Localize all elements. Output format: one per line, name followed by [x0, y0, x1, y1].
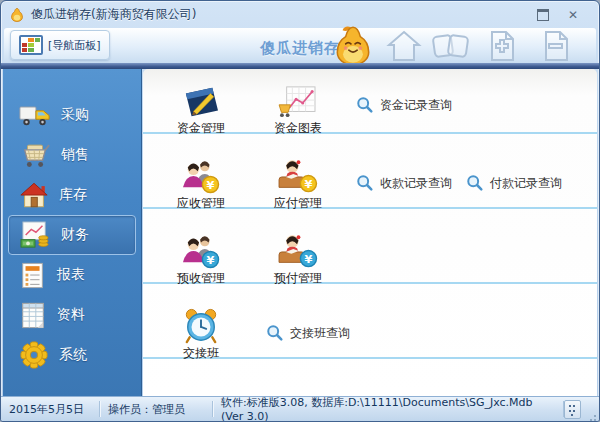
sidebar-item-system[interactable]: 系统	[8, 335, 136, 375]
header-band: [导航面板] 傻瓜进销存	[4, 28, 596, 63]
chart-cart-icon	[276, 85, 320, 119]
remove-doc-icon[interactable]	[539, 29, 573, 67]
sidebar-label: 系统	[59, 346, 87, 364]
link-label: 收款记录查询	[380, 175, 452, 192]
maximize-icon	[537, 9, 549, 21]
status-bar: 2015年5月5日 操作员：管理员 软件:标准版3.08, 数据库:D:\111…	[1, 396, 599, 421]
status-scroll-widget[interactable]	[564, 400, 581, 419]
svg-text:¥: ¥	[304, 252, 312, 266]
status-date: 2015年5月5日	[1, 397, 99, 421]
sidebar-label: 库存	[59, 186, 87, 204]
sidebar-item-inventory[interactable]: 库存	[8, 175, 136, 215]
maximize-button[interactable]	[535, 8, 551, 22]
home-icon[interactable]	[386, 29, 423, 67]
advance-pay-management-button[interactable]: ¥ 预付管理	[259, 233, 337, 287]
new-doc-icon[interactable]	[485, 29, 519, 67]
sidebar-label: 销售	[61, 146, 89, 164]
people-yuan-blue-icon: ¥	[180, 233, 222, 269]
link-label: 付款记录查询	[490, 175, 562, 192]
status-operator: 操作员：管理员	[100, 397, 212, 421]
status-database-info: 软件:标准版3.08, 数据库:D:\11111\Documents\SG_Jx…	[213, 397, 563, 421]
ledger-pencil-icon	[179, 85, 223, 119]
shift-query-link[interactable]: 交接班查询	[266, 324, 350, 342]
content-row-advance: ¥ 预收管理 ¥ 预付管理	[143, 209, 597, 284]
alarm-clock-icon	[181, 308, 221, 344]
receipt-record-query-link[interactable]: 收款记录查询	[356, 174, 452, 192]
content-row-funds: 资金管理 资金图表 资金记录查询	[143, 69, 597, 134]
sidebar-item-purchase[interactable]: 采购	[8, 95, 136, 135]
sidebar-item-reports[interactable]: 报表	[8, 255, 136, 295]
payment-record-query-link[interactable]: 付款记录查询	[466, 174, 562, 192]
truck-icon	[19, 102, 51, 129]
funds-record-query-link[interactable]: 资金记录查询	[356, 96, 452, 114]
cart-icon	[19, 142, 51, 169]
person-desk-yuan-gold-icon: ¥	[277, 158, 319, 194]
people-yuan-gold-icon: ¥	[180, 158, 222, 194]
sidebar-item-sales[interactable]: 销售	[8, 135, 136, 175]
item-label: 交接班	[183, 345, 219, 362]
sidebar-label: 资料	[57, 306, 85, 324]
funds-management-button[interactable]: 资金管理	[162, 85, 240, 137]
gear-icon	[19, 341, 49, 369]
modules-icon[interactable]	[430, 29, 472, 67]
search-icon	[266, 324, 284, 342]
search-icon	[356, 174, 374, 192]
house-icon	[19, 182, 49, 209]
window-title: 傻瓜进销存(新海商贸有限公司)	[31, 6, 196, 23]
app-logo-icon	[9, 7, 25, 23]
sidebar-label: 报表	[57, 266, 85, 284]
link-label: 交接班查询	[290, 325, 350, 342]
search-icon	[356, 96, 374, 114]
svg-text:¥: ¥	[207, 253, 215, 267]
payable-management-button[interactable]: ¥ 应付管理	[259, 158, 337, 212]
person-desk-yuan-blue-icon: ¥	[277, 233, 319, 269]
sidebar-label: 财务	[61, 226, 89, 244]
search-icon	[466, 174, 484, 192]
nav-grid-icon	[19, 35, 43, 55]
title-bar: 傻瓜进销存(新海商贸有限公司) ✕	[1, 1, 599, 28]
content-row-shift: 交接班 交接班查询	[143, 284, 597, 359]
close-icon: ✕	[568, 9, 578, 21]
mascot-icon	[330, 24, 376, 68]
resize-grip-icon[interactable]	[584, 407, 596, 419]
receivable-management-button[interactable]: ¥ 应收管理	[162, 158, 240, 212]
nav-panel-button[interactable]: [导航面板]	[10, 30, 110, 60]
sidebar-item-data[interactable]: 资料	[8, 295, 136, 335]
link-label: 资金记录查询	[380, 97, 452, 114]
sidebar-label: 采购	[61, 106, 89, 124]
content-row-receivable-payable: ¥ 应收管理 ¥ 应付管理 收款记录查询 付款记录查询	[143, 134, 597, 209]
close-button[interactable]: ✕	[565, 8, 581, 22]
nav-panel-label: [导航面板]	[48, 38, 101, 53]
funds-chart-button[interactable]: 资金图表	[259, 85, 337, 137]
sidebar-item-finance[interactable]: 财务	[8, 215, 136, 255]
svg-text:¥: ¥	[304, 177, 312, 191]
advance-receive-management-button[interactable]: ¥ 预收管理	[162, 233, 240, 287]
app-window: 傻瓜进销存(新海商贸有限公司) ✕ [导航面板] 傻瓜进销存	[0, 0, 600, 422]
svg-text:¥: ¥	[207, 178, 215, 192]
sidebar: 采购 销售 库存	[3, 69, 142, 396]
content-panel: 资金管理 资金图表 资金记录查询	[143, 69, 597, 396]
brand-watermark: 傻瓜进销存	[260, 39, 340, 58]
shift-handover-button[interactable]: 交接班	[162, 308, 240, 362]
report-icon	[19, 262, 47, 289]
finance-icon	[19, 221, 51, 249]
data-icon	[19, 302, 47, 329]
